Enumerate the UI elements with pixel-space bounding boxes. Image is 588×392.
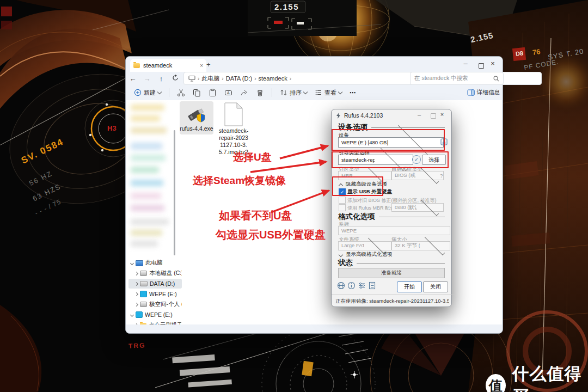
counter-top: 2.155	[274, 2, 299, 11]
divider	[169, 88, 169, 97]
back-button[interactable]: ←	[126, 75, 140, 83]
target-system-select: BIOS (或 UEFI-CSM)	[391, 171, 444, 180]
sort-label: 排序	[290, 89, 302, 97]
file-system-select: Large FAT32 (默认)	[338, 241, 391, 250]
chevron-right-icon: ›	[198, 76, 199, 82]
cut-icon	[177, 89, 185, 97]
chevron-down-icon	[338, 89, 342, 94]
start-button[interactable]: 开始	[397, 281, 422, 292]
tab-title: steamdeck	[143, 62, 197, 69]
details-pane-button[interactable]: 详细信息	[464, 87, 503, 98]
delete-button[interactable]	[253, 87, 267, 99]
view-icon	[315, 89, 322, 96]
forward-button[interactable]: →	[140, 75, 154, 83]
explorer-tab[interactable]: steamdeck ×	[130, 59, 206, 72]
computer-icon	[188, 76, 195, 82]
copy-icon	[193, 89, 201, 97]
close-button[interactable]: ×	[486, 59, 499, 68]
sidebar-item-data-d[interactable]: DATA (D:)	[128, 279, 182, 289]
chevron-collapsed-icon	[134, 303, 138, 307]
highlight-box-device	[332, 129, 445, 151]
tab-close-icon[interactable]: ×	[200, 63, 203, 69]
new-button[interactable]: 新建	[131, 87, 164, 99]
sort-button[interactable]: 排序	[277, 87, 310, 99]
drive-icon	[140, 281, 148, 286]
language-button[interactable]	[337, 281, 346, 290]
fix-bios-checkbox	[339, 197, 346, 204]
maximize-button[interactable]	[479, 61, 484, 71]
search-icon	[493, 76, 499, 82]
annotation-not-visible-1: 如果看不到U盘	[219, 209, 292, 223]
progress-text: 准备就绪	[381, 270, 402, 277]
chevron-right-icon: ›	[222, 76, 223, 82]
sidebar-scrollbar[interactable]	[174, 130, 175, 255]
share-icon	[240, 89, 248, 97]
trash-icon	[256, 89, 264, 97]
log-button[interactable]	[368, 281, 377, 290]
trg-label: TRG	[128, 341, 146, 350]
chevron-right-icon: ›	[254, 76, 256, 82]
copy-button[interactable]	[190, 87, 204, 99]
chevron-right-icon: ›	[290, 76, 291, 82]
sidebar-item-wepe-e[interactable]: WEPE (E:)	[128, 289, 182, 299]
rufus-app-icon	[335, 113, 341, 119]
sidebar-item-label: 极空间-个人 (2	[149, 301, 182, 308]
close-dialog-button[interactable]: 关闭	[423, 281, 448, 292]
chevron-expanded-icon	[130, 313, 134, 316]
chevron-collapsed-icon	[134, 323, 138, 324]
more-button[interactable]: ⋯	[347, 88, 358, 98]
new-icon	[134, 89, 142, 96]
chip-label: D8	[515, 50, 523, 57]
rufus-title: Rufus 4.4.2103	[344, 112, 383, 119]
rufus-close-button[interactable]: ×	[435, 111, 449, 118]
breadcrumb-steamdeck[interactable]: steamdeck	[259, 75, 287, 82]
new-tab-button[interactable]: +	[206, 60, 211, 69]
rufus-status-bar: 正在使用镜像: steamdeck-repair-20231127.10-3.5…	[332, 295, 455, 307]
divider	[272, 88, 272, 97]
rufus-minimize-button[interactable]: –	[412, 111, 426, 118]
file-rufus-exe[interactable]: rufus-4.4.exe	[180, 101, 213, 134]
help-icon[interactable]: ?	[440, 173, 443, 179]
share-button[interactable]	[237, 87, 251, 99]
sidebar-item-label: 点心云刷机工具	[149, 321, 181, 324]
sidebar-item-wepe-e-2[interactable]: WEPE (E:)	[128, 310, 177, 320]
refresh-icon	[172, 75, 179, 81]
drive-icon	[140, 302, 147, 307]
minimize-button[interactable]: –	[459, 59, 472, 68]
sidebar-item-folder[interactable]: 点心云刷机工具	[128, 320, 182, 324]
svg-text:A: A	[227, 91, 230, 95]
search-input[interactable]: 在 steamdeck 中搜索	[410, 72, 504, 85]
details-label: 详细信息	[477, 89, 500, 96]
folder-icon	[140, 323, 146, 325]
progress-bar: 准备就绪	[338, 268, 445, 278]
using-image-text: 正在使用镜像: steamdeck-repair-20231127.10-3.5…	[335, 298, 449, 305]
chevron-down-icon	[420, 166, 438, 184]
chevron-collapsed-icon	[134, 272, 138, 275]
smzdm-brand-text: 什么值得买	[512, 363, 588, 392]
paste-button[interactable]	[206, 87, 219, 99]
sidebar-item-this-pc[interactable]: 此电脑	[128, 258, 177, 268]
settings-button[interactable]	[358, 281, 366, 290]
breadcrumb-data-d[interactable]: DATA (D:)	[226, 75, 252, 82]
rename-button[interactable]: A	[222, 87, 235, 99]
view-button[interactable]: 查看	[312, 87, 345, 99]
document-icon	[224, 102, 243, 126]
file-steamdeck-image[interactable]: steamdeck-repair-20231127.10-3.5.7.img.b…	[218, 102, 249, 156]
cut-button[interactable]	[174, 87, 188, 99]
sidebar-item-local-disk-c[interactable]: 本地磁盘 (C:)	[128, 268, 182, 278]
sidebar-item-nas[interactable]: 极空间-个人 (2	[128, 299, 182, 309]
breadcrumb-this-pc[interactable]: 此电脑	[201, 75, 219, 83]
about-button[interactable]	[347, 281, 356, 290]
chevron-down-icon	[424, 235, 444, 255]
view-label: 查看	[324, 89, 336, 97]
chevron-down-icon	[339, 252, 342, 258]
highlight-box-show-usb	[332, 176, 383, 196]
chevron-collapsed-icon	[134, 281, 138, 285]
refresh-button[interactable]	[168, 75, 182, 83]
usb-drive-icon	[136, 311, 143, 318]
show-advanced-format-toggle[interactable]: 显示高级格式化选项	[346, 251, 393, 258]
up-button[interactable]: ↑	[154, 75, 168, 83]
section-format-options: 格式化选项	[338, 212, 445, 222]
sidebar-item-label: DATA (D:)	[150, 280, 175, 287]
annotation-not-visible-2: 勾选显示USB外置硬盘	[216, 228, 326, 242]
